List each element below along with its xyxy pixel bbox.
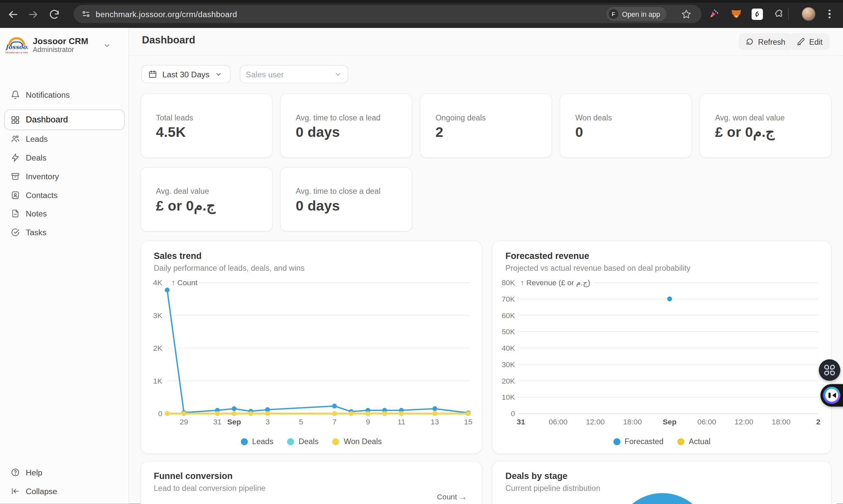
chevron-down-icon [215, 71, 222, 78]
workspace-switcher[interactable]: Jossoor TECHNOLOGY & TRAINING Jossoor CR… [5, 32, 123, 58]
apps-clover-icon [824, 365, 835, 376]
sidebar-item-notes[interactable]: Notes [4, 205, 125, 221]
x-tick-label: 7 [332, 417, 337, 426]
forecast-legend[interactable]: ForecastedActual [493, 437, 831, 446]
header-divider [130, 55, 843, 56]
edit-button[interactable]: Edit [790, 33, 829, 50]
data-point-won-deals [399, 411, 404, 416]
y-tick-label: 80K [501, 278, 515, 287]
deals-pie[interactable] [615, 493, 710, 504]
series-line-leads [167, 290, 468, 413]
dashboard-icon [11, 115, 20, 124]
x-tick-label: 29 [180, 417, 188, 426]
chart-title: Deals by stage [505, 471, 568, 481]
stat-card-won-deals: Won deals 0 [560, 93, 692, 158]
data-point-won-deals [332, 411, 337, 416]
legend-item-leads[interactable]: Leads [241, 437, 273, 446]
funnel-conversion-card: Funnel conversion Lead to deal conversio… [140, 461, 482, 504]
app-badge: F [608, 9, 618, 19]
legend-dot [241, 438, 247, 445]
url-bar[interactable]: benchmark.jossoor.org/crm/dashboard F Op… [74, 5, 702, 23]
data-point-leads [232, 406, 237, 411]
open-in-app-chip[interactable]: F Open in app [606, 7, 667, 21]
extensions-puzzle-icon[interactable] [773, 8, 785, 20]
refresh-icon [745, 37, 753, 46]
x-tick-label: 12:00 [735, 417, 753, 426]
y-tick-label: 1K [153, 377, 162, 385]
browser-window: benchmark.jossoor.org/crm/dashboard F Op… [0, 0, 843, 504]
legend-item-won-deals[interactable]: Won Deals [332, 437, 382, 446]
inventory-box-icon [11, 172, 20, 181]
sales-trend-card: Sales trend Daily performance of leads, … [140, 240, 482, 454]
legend-dot [613, 438, 620, 445]
sidebar-item-deals[interactable]: Deals [4, 149, 125, 165]
forward-icon[interactable] [27, 8, 39, 20]
forecasted-revenue-card: Forecasted revenue Projected vs actual r… [492, 240, 832, 454]
x-tick-label: 11 [397, 417, 406, 426]
url-text[interactable]: benchmark.jossoor.org/crm/dashboard [96, 10, 237, 19]
chart-subtitle: Current pipeline distribution [505, 484, 600, 492]
legend-item-deals[interactable]: Deals [287, 437, 319, 446]
x-tick-label: 3 [265, 417, 270, 426]
sidebar-item-contacts[interactable]: Contacts [4, 187, 125, 203]
x-tick-label: 12:00 [586, 417, 605, 426]
y-tick-label: 4K [153, 278, 162, 287]
legend-item-actual[interactable]: Actual [677, 437, 710, 446]
edit-pencil-icon [797, 37, 805, 46]
legend-label: Won Deals [344, 437, 382, 446]
sidebar-item-leads[interactable]: Leads [4, 131, 125, 147]
x-tick-label: 18:00 [772, 417, 790, 426]
data-point-won-deals [232, 411, 237, 416]
brand-role: Administrator [33, 46, 88, 54]
y-tick-label: 60K [501, 311, 515, 320]
data-point-forecasted [667, 296, 672, 301]
legend-label: Forecasted [624, 437, 663, 446]
sidebar-item-dashboard[interactable]: Dashboard [4, 110, 125, 130]
sidebar-collapse-button[interactable]: Collapse [4, 483, 125, 499]
sales-trend-plot: 4K3K2K1K02931Sep3579111315 [141, 241, 482, 435]
sidebar-item-help[interactable]: Help [4, 464, 125, 480]
x-tick-label: Sep [663, 417, 677, 426]
data-point-won-deals [265, 411, 270, 416]
leads-people-icon [11, 134, 20, 143]
data-point-leads [432, 406, 437, 411]
stat-card-ongoing-deals: Ongoing deals 2 [420, 93, 552, 158]
data-point-won-deals [432, 411, 437, 416]
data-point-won-deals [215, 411, 220, 416]
toolbar-separator [788, 8, 789, 20]
legend-label: Deals [299, 437, 319, 446]
notes-doc-icon [11, 209, 20, 218]
back-icon[interactable] [7, 8, 19, 20]
sidebar-item-tasks[interactable]: Tasks [4, 224, 125, 240]
profile-avatar[interactable] [802, 7, 815, 21]
reload-icon[interactable] [48, 8, 60, 20]
legend-dot [287, 438, 294, 445]
refresh-button[interactable]: Refresh [739, 33, 792, 50]
x-tick-label: 06:00 [549, 417, 567, 426]
site-info-icon[interactable] [81, 9, 91, 19]
stat-card-avg-won-deal-value: Avg. won deal value £ or 0ج.م [700, 93, 832, 158]
date-range-filter[interactable]: Last 30 Days [141, 65, 230, 84]
legend-dot [332, 438, 340, 445]
browser-menu-icon[interactable] [828, 8, 831, 20]
data-point-won-deals [248, 411, 253, 416]
bookmark-star-icon[interactable] [681, 9, 691, 19]
deals-zap-icon [11, 152, 20, 162]
sidebar-item-inventory[interactable]: Inventory [4, 168, 125, 184]
help-icon [11, 467, 20, 477]
apps-fab-button[interactable] [819, 359, 840, 381]
y-tick-label: 30K [501, 360, 515, 369]
metamask-extension-icon[interactable] [730, 8, 742, 20]
legend-item-forecasted[interactable]: Forecasted [613, 437, 664, 446]
data-point-won-deals [382, 411, 387, 416]
sales-trend-legend[interactable]: LeadsDealsWon Deals [141, 437, 482, 446]
assistant-widget-button[interactable] [820, 384, 843, 407]
x-tick-label: 5 [299, 417, 303, 426]
data-point-won-deals [365, 411, 371, 416]
loop-extension-icon[interactable] [751, 8, 763, 20]
chart-subtitle: Lead to deal conversion pipeline [154, 484, 266, 492]
sales-user-select[interactable]: Sales user [240, 65, 348, 84]
sidebar-item-notifications[interactable]: Notifications [4, 87, 125, 103]
party-popper-extension-icon[interactable] [708, 8, 720, 20]
y-tick-label: 0 [158, 409, 162, 418]
